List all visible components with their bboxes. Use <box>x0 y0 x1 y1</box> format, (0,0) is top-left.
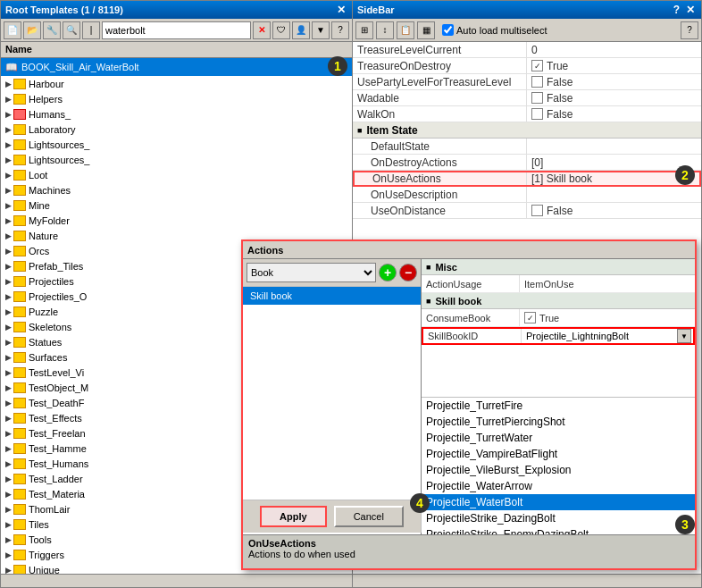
tree-item-mine[interactable]: ▶ Mine <box>1 197 352 213</box>
toolbar-shield-button[interactable]: 🛡 <box>272 21 290 39</box>
prop-value-walkon[interactable]: False <box>527 106 701 122</box>
expand-puzzle[interactable]: ▶ <box>3 307 13 316</box>
expand-projectiles-o[interactable]: ▶ <box>3 292 13 301</box>
left-panel-scrollbar[interactable] <box>1 574 352 587</box>
expand-testhumans[interactable]: ▶ <box>3 459 13 468</box>
tree-item-loot[interactable]: ▶ Loot <box>1 167 352 182</box>
dropdown-item-strikdazingbolt[interactable]: ProjectileStrike_DazingBolt <box>422 510 695 526</box>
action-list-item-skillbook[interactable]: Skill book <box>243 287 421 305</box>
dropdown-item-turretwater[interactable]: Projectile_TurretWater <box>422 430 695 446</box>
prop-row-onuseactions[interactable]: OnUseActions [1] Skill book 2 <box>353 171 701 187</box>
prop-value-treasure-ondestroy[interactable]: True <box>527 58 701 73</box>
tree-item-laboratory[interactable]: ▶ Laboratory <box>1 122 352 137</box>
expand-testladder[interactable]: ▶ <box>3 475 13 483</box>
expand-skeletons[interactable]: ▶ <box>3 323 13 332</box>
prop-value-useondistance[interactable]: False <box>527 203 701 218</box>
sidebar-btn-3[interactable]: 📋 <box>397 21 414 39</box>
auto-load-checkbox[interactable] <box>442 24 454 36</box>
toolbar-search-button[interactable]: 🔍 <box>63 21 80 39</box>
prop-value-party-level[interactable]: False <box>527 74 701 89</box>
sidebar-btn-4[interactable]: ▦ <box>417 21 435 39</box>
expand-testlevel[interactable]: ▶ <box>3 368 13 377</box>
expand-humans[interactable]: ▶ <box>3 110 13 119</box>
toolbar-help-button[interactable]: ? <box>331 21 349 39</box>
dropdown-item-turretfire[interactable]: Projectile_TurretFire <box>422 398 695 414</box>
search-input[interactable] <box>102 21 251 39</box>
toolbar-person-button[interactable]: 👤 <box>292 21 310 39</box>
right-panel-close-button[interactable]: ✕ <box>684 4 697 16</box>
tree-item-machines[interactable]: ▶ Machines <box>1 182 352 197</box>
dropdown-item-vampirebat[interactable]: Projectile_VampireBatFlight <box>422 446 695 462</box>
expand-harbour[interactable]: ▶ <box>3 80 13 88</box>
tree-item-myfolder[interactable]: ▶ MyFolder <box>1 213 352 228</box>
toolbar-down-button[interactable]: ▼ <box>312 21 330 39</box>
prop-value-onuseactions[interactable]: [1] Skill book <box>527 172 699 185</box>
expand-testmateria[interactable]: ▶ <box>3 490 13 499</box>
expand-triggers[interactable]: ▶ <box>3 550 13 559</box>
expand-lightsources2[interactable]: ▶ <box>3 155 13 164</box>
expand-nature[interactable]: ▶ <box>3 231 13 240</box>
tree-item-helpers[interactable]: ▶ Helpers <box>1 91 352 106</box>
tree-item-harbour[interactable]: ▶ Harbour <box>1 76 352 91</box>
dprop-value-skill-book-id[interactable]: Projectile_LightningBolt <box>523 330 677 342</box>
dprop-value-consume-book[interactable]: True <box>520 309 695 326</box>
checkbox-wadable[interactable] <box>531 92 543 104</box>
expand-myfolder[interactable]: ▶ <box>3 216 13 225</box>
expand-testobject[interactable]: ▶ <box>3 383 13 392</box>
toolbar-new-button[interactable]: 📄 <box>4 21 21 39</box>
expand-loot[interactable]: ▶ <box>3 171 13 180</box>
expand-orcs[interactable]: ▶ <box>3 247 13 256</box>
tree-item-humans[interactable]: ▶ Humans_ <box>1 106 352 122</box>
dropdown-item-waterarrow[interactable]: Projectile_WaterArrow <box>422 478 695 494</box>
prop-value-ondestroyactions[interactable]: [0] <box>527 155 701 170</box>
sidebar-btn-1[interactable]: ⊞ <box>355 21 373 39</box>
sidebar-btn-2[interactable]: ↕ <box>376 21 394 39</box>
prop-value-treasure-level[interactable]: 0 <box>527 42 701 57</box>
prop-value-wadable[interactable]: False <box>527 90 701 105</box>
dprop-value-action-usage[interactable]: ItemOnUse <box>520 275 695 292</box>
expand-prefab-tiles[interactable]: ▶ <box>3 262 13 271</box>
dropdown-item-strikenemydazing[interactable]: ProjectileStrike_EnemyDazingBolt <box>422 526 695 535</box>
apply-button[interactable]: Apply <box>260 506 327 527</box>
skill-book-id-dropdown-button[interactable]: ▼ <box>677 329 691 343</box>
expand-tiles[interactable]: ▶ <box>3 520 13 529</box>
expand-testfreelan[interactable]: ▶ <box>3 429 13 438</box>
expand-laboratory[interactable]: ▶ <box>3 125 13 134</box>
toolbar-clear-button[interactable]: ✕ <box>253 21 271 39</box>
checkbox-treasure-ondestroy[interactable] <box>531 60 543 71</box>
checkbox-walkon[interactable] <box>531 108 543 120</box>
expand-lightsources1[interactable]: ▶ <box>3 140 13 149</box>
dropdown-item-turretpiercing[interactable]: Projectile_TurretPiercingShot <box>422 414 695 430</box>
expand-mine[interactable]: ▶ <box>3 201 13 210</box>
checkbox-party-level[interactable] <box>531 76 543 88</box>
sidebar-help-button[interactable]: ? <box>681 21 698 39</box>
toolbar-tools-button[interactable]: 🔧 <box>43 21 61 39</box>
tree-item-lightsources2[interactable]: ▶ Lightsources_ <box>1 152 352 167</box>
expand-helpers[interactable]: ▶ <box>3 95 13 104</box>
dropdown-item-waterbolt[interactable]: Projectile_WaterBolt <box>422 494 695 510</box>
cancel-button[interactable]: Cancel <box>334 506 404 527</box>
expand-machines[interactable]: ▶ <box>3 186 13 195</box>
add-action-button[interactable]: + <box>379 264 397 281</box>
checkbox-useondistance[interactable] <box>531 205 543 216</box>
expand-thomlair[interactable]: ▶ <box>3 505 13 514</box>
action-type-select[interactable]: Book <box>247 263 376 282</box>
toolbar-filter-button[interactable]: | <box>82 21 100 39</box>
checkbox-consume-book[interactable] <box>524 312 536 323</box>
expand-tools[interactable]: ▶ <box>3 535 13 544</box>
prop-value-onusedesc[interactable] <box>527 187 701 202</box>
prop-value-defaultstate[interactable] <box>527 139 701 154</box>
expand-statues[interactable]: ▶ <box>3 338 13 347</box>
expand-testdeath[interactable]: ▶ <box>3 399 13 407</box>
expand-testhamme[interactable]: ▶ <box>3 444 13 453</box>
expand-surfaces[interactable]: ▶ <box>3 353 13 362</box>
right-panel-scrollbar[interactable] <box>353 574 701 587</box>
tree-item-lightsources1[interactable]: ▶ Lightsources_ <box>1 137 352 152</box>
expand-unique[interactable]: ▶ <box>3 566 13 575</box>
expand-projectiles[interactable]: ▶ <box>3 277 13 286</box>
remove-action-button[interactable]: − <box>399 264 417 281</box>
dropdown-item-vileburst[interactable]: Projectile_VileBurst_Explosion <box>422 462 695 478</box>
left-panel-close-button[interactable]: ✕ <box>335 4 347 16</box>
toolbar-open-button[interactable]: 📂 <box>23 21 41 39</box>
expand-testeffects[interactable]: ▶ <box>3 414 13 423</box>
